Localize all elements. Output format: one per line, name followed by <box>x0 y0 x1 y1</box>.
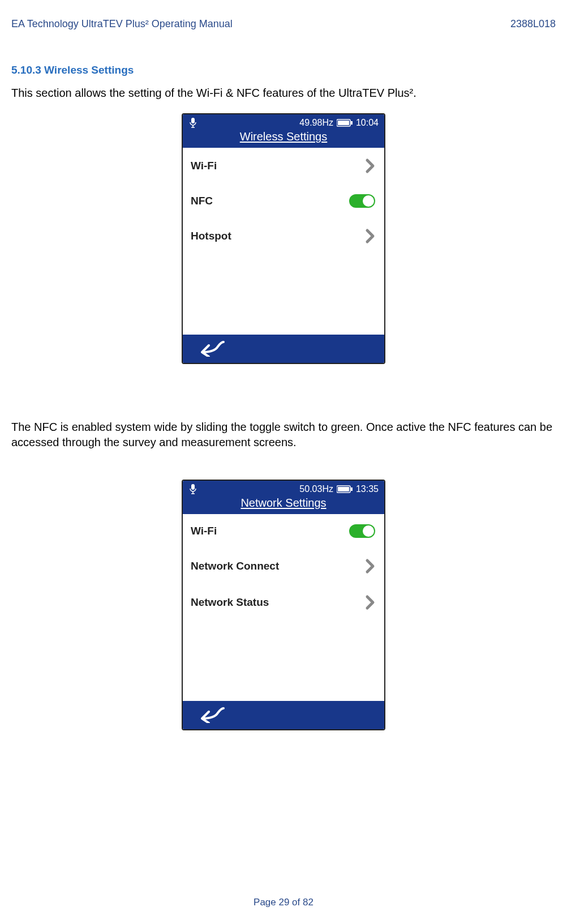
page-footer: Page 29 of 82 <box>0 897 567 908</box>
svg-rect-11 <box>351 487 353 491</box>
svg-rect-10 <box>338 487 349 491</box>
network-connect-row[interactable]: Network Connect <box>183 548 384 584</box>
battery-icon <box>337 485 353 493</box>
network-status-row[interactable]: Network Status <box>183 584 384 621</box>
spacer <box>11 380 556 420</box>
status-time: 10:04 <box>356 118 379 128</box>
screen-title: Network Settings <box>183 495 384 514</box>
wifi-toggle[interactable] <box>349 524 375 538</box>
header-left: EA Technology UltraTEV Plus² Operating M… <box>11 18 233 30</box>
network-status-label: Network Status <box>191 596 269 609</box>
chevron-right-icon <box>365 594 375 610</box>
device-frame: 50.03Hz 13:35 Network Settings Wi-Fi Net… <box>182 480 385 730</box>
header-right: 2388L018 <box>510 18 556 30</box>
wifi-label: Wi-Fi <box>191 525 217 537</box>
hotspot-label: Hotspot <box>191 230 231 242</box>
status-time: 13:35 <box>356 484 379 494</box>
screenshot-network-settings: 50.03Hz 13:35 Network Settings Wi-Fi Net… <box>11 480 556 730</box>
screenshot-wireless-settings: 49.98Hz 10:04 Wireless Settings Wi-Fi <box>11 113 556 364</box>
wifi-label: Wi-Fi <box>191 160 217 172</box>
device-header: 49.98Hz 10:04 Wireless Settings <box>183 114 384 148</box>
settings-list: Wi-Fi NFC Hotspot <box>183 148 384 335</box>
status-frequency: 50.03Hz <box>299 484 333 494</box>
document-page: EA Technology UltraTEV Plus² Operating M… <box>0 0 567 924</box>
device-frame: 49.98Hz 10:04 Wireless Settings Wi-Fi <box>182 113 385 364</box>
svg-rect-4 <box>338 121 349 125</box>
section-heading: 5.10.3 Wireless Settings <box>11 64 556 76</box>
nfc-toggle[interactable] <box>349 194 375 208</box>
device-footer <box>183 701 384 729</box>
document-header: EA Technology UltraTEV Plus² Operating M… <box>11 18 556 30</box>
status-frequency: 49.98Hz <box>299 118 333 128</box>
microphone-icon <box>188 484 197 494</box>
svg-rect-5 <box>351 121 353 125</box>
wifi-row[interactable]: Wi-Fi <box>183 514 384 548</box>
chevron-right-icon <box>365 228 375 244</box>
microphone-icon <box>188 118 197 128</box>
chevron-right-icon <box>365 158 375 174</box>
wifi-row[interactable]: Wi-Fi <box>183 148 384 184</box>
spacer <box>11 463 556 480</box>
svg-rect-6 <box>191 484 195 490</box>
settings-list: Wi-Fi Network Connect Network Status <box>183 514 384 701</box>
chevron-right-icon <box>365 558 375 574</box>
status-bar: 50.03Hz 13:35 <box>183 481 384 495</box>
battery-icon <box>337 119 353 127</box>
screen-title: Wireless Settings <box>183 129 384 148</box>
device-footer <box>183 335 384 363</box>
nfc-label: NFC <box>191 195 213 207</box>
network-connect-label: Network Connect <box>191 560 279 572</box>
back-icon[interactable] <box>201 707 225 723</box>
back-icon[interactable] <box>201 341 225 357</box>
status-bar: 49.98Hz 10:04 <box>183 114 384 129</box>
nfc-row[interactable]: NFC <box>183 184 384 218</box>
nfc-paragraph: The NFC is enabled system wide by slidin… <box>11 420 556 450</box>
intro-paragraph: This section allows the setting of the W… <box>11 85 556 101</box>
svg-rect-0 <box>191 118 195 123</box>
device-header: 50.03Hz 13:35 Network Settings <box>183 481 384 514</box>
hotspot-row[interactable]: Hotspot <box>183 218 384 254</box>
